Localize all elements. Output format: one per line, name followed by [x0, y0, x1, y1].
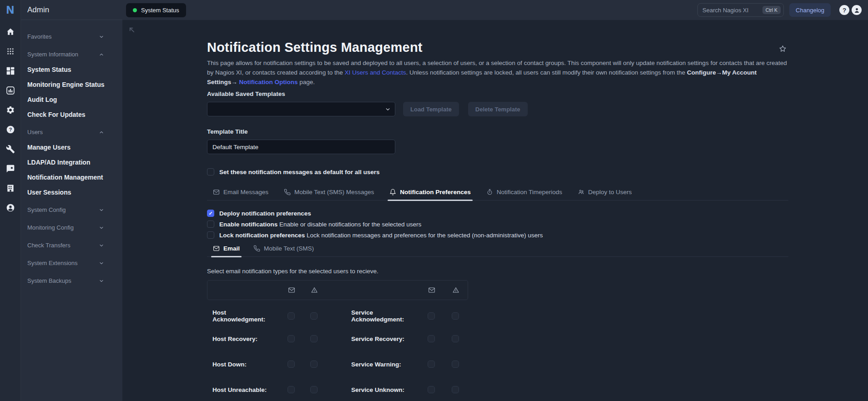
subtab-label: Email [223, 245, 240, 252]
deploy-preferences-checkbox[interactable] [207, 210, 214, 217]
favorite-star-icon[interactable] [777, 43, 788, 55]
user-avatar-icon[interactable] [852, 5, 862, 15]
subtab-mobile-text[interactable]: Mobile Text (SMS) [253, 245, 314, 256]
feedback-chat-icon[interactable] [6, 164, 15, 173]
host-down-mail-checkbox[interactable] [288, 361, 295, 368]
notification-options-link[interactable]: Notification Options [237, 79, 298, 85]
sidebar-title: Admin [21, 0, 122, 20]
alert-column-icon [443, 286, 469, 294]
tab-notification-timeperiods[interactable]: Notification Timeperiods [486, 189, 562, 200]
apps-grid-icon[interactable] [6, 47, 15, 56]
icon-rail: N ? [0, 0, 20, 401]
host-recovery-label: Host Recovery: [207, 336, 280, 342]
service-recovery-mail-checkbox[interactable] [428, 335, 435, 342]
help-circle-icon[interactable]: ? [6, 125, 15, 134]
users-icon [578, 189, 585, 195]
notification-subtabs: Email Mobile Text (SMS) [207, 245, 788, 257]
sidebar-item-system-status[interactable]: System Status [27, 62, 116, 77]
sidebar-link-label: Check For Updates [27, 111, 86, 118]
table-row-down-warning: Host Down: Service Warning: [207, 360, 788, 368]
page-title: Notification Settings Management [207, 40, 788, 55]
dashboards-icon[interactable] [6, 66, 15, 75]
tab-deploy-to-users[interactable]: Deploy to Users [578, 189, 632, 200]
host-unreachable-mail-checkbox[interactable] [288, 386, 295, 393]
service-unknown-label: Service Unknown: [346, 386, 420, 393]
host-ack-alert-checkbox[interactable] [310, 312, 318, 320]
enable-notifications-label: Enable notifications Enable or disable n… [219, 221, 421, 228]
tab-email-messages[interactable]: Email Messages [213, 189, 268, 200]
nagios-logo[interactable]: N [4, 4, 17, 16]
host-ack-mail-checkbox[interactable] [288, 312, 295, 320]
sidebar-item-monitoring-engine-status[interactable]: Monitoring Engine Status [27, 77, 116, 92]
template-title-input[interactable] [207, 140, 395, 154]
service-ack-alert-checkbox[interactable] [452, 312, 459, 320]
service-recovery-alert-checkbox[interactable] [452, 335, 459, 342]
delete-template-button[interactable]: Delete Template [468, 102, 528, 116]
sidebar-item-notification-management[interactable]: Notification Management [27, 170, 116, 185]
tab-label: Notification Preferences [400, 189, 470, 195]
host-ack-label: Host Acknowledgment: [207, 309, 280, 323]
host-recovery-alert-checkbox[interactable] [310, 335, 318, 342]
templates-select[interactable] [207, 102, 395, 116]
sidebar-item-ldap-ad-integration[interactable]: LDAP/AD Integration [27, 155, 116, 170]
sidebar-item-monitoring-config[interactable]: Monitoring Config [27, 220, 116, 235]
home-icon[interactable] [6, 27, 15, 36]
sidebar-group-label: System Information [27, 51, 78, 58]
service-warning-label: Service Warning: [346, 361, 420, 368]
system-status-pill[interactable]: System Status [126, 3, 186, 17]
table-row-unreachable-unknown: Host Unreachable: Service Unknown: [207, 386, 788, 394]
service-warning-mail-checkbox[interactable] [428, 361, 435, 368]
reports-chart-icon[interactable] [6, 86, 15, 95]
sidebar-group-label: System Backups [27, 277, 71, 284]
tab-label: Mobile Text (SMS) Messages [294, 189, 374, 195]
search-input[interactable] [702, 7, 759, 14]
chevron-up-icon [99, 130, 104, 135]
enterprise-building-icon[interactable] [6, 184, 15, 193]
sidebar-item-system-backups[interactable]: System Backups [27, 273, 116, 288]
template-title-label: Template Title [207, 128, 788, 136]
sidebar-item-users[interactable]: Users [27, 125, 116, 140]
subtab-email[interactable]: Email [213, 245, 240, 256]
sidebar-item-manage-users[interactable]: Manage Users [27, 140, 116, 155]
default-template-checkbox[interactable] [207, 168, 214, 175]
service-unknown-alert-checkbox[interactable] [452, 386, 459, 393]
mail-column-icon [420, 286, 443, 294]
tab-notification-preferences[interactable]: Notification Preferences [389, 189, 470, 200]
sidebar-group-label: Favorites [27, 33, 51, 40]
enable-notifications-checkbox[interactable] [207, 221, 214, 228]
sidebar-item-favorites[interactable]: Favorites [27, 29, 116, 44]
search-shortcut-badge: Ctrl K [762, 6, 781, 14]
sidebar-item-audit-log[interactable]: Audit Log [27, 92, 116, 107]
sidebar-item-system-information[interactable]: System Information [27, 47, 116, 62]
stopwatch-icon [486, 189, 493, 195]
changelog-button[interactable]: Changelog [789, 3, 831, 17]
collapse-sidebar-icon[interactable] [128, 26, 135, 33]
default-template-checkbox-row: Set these notification messages as defau… [207, 168, 788, 176]
host-unreachable-alert-checkbox[interactable] [310, 386, 318, 393]
xi-users-contacts-link[interactable]: XI Users and Contacts [344, 69, 406, 76]
lock-preferences-checkbox[interactable] [207, 231, 214, 239]
sidebar-item-system-extensions[interactable]: System Extensions [27, 256, 116, 271]
help-icon[interactable]: ? [839, 5, 849, 15]
sidebar-item-system-config[interactable]: System Config [27, 202, 116, 217]
table-row-recovery: Host Recovery: Service Recovery: [207, 335, 788, 343]
service-unknown-mail-checkbox[interactable] [428, 386, 435, 393]
service-ack-mail-checkbox[interactable] [428, 312, 435, 320]
account-user-icon[interactable] [6, 203, 15, 212]
search-box[interactable]: Ctrl K [697, 3, 784, 17]
settings-gear-icon[interactable] [6, 105, 15, 115]
sidebar-item-user-sessions[interactable]: User Sessions [27, 185, 116, 200]
host-recovery-mail-checkbox[interactable] [288, 335, 295, 342]
sidebar-link-label: Audit Log [27, 96, 57, 103]
admin-wrench-icon[interactable] [6, 145, 15, 154]
sidebar-item-check-for-updates[interactable]: Check For Updates [27, 107, 116, 122]
load-template-button[interactable]: Load Template [403, 102, 459, 116]
sidebar: Admin Favorites System Information Syste… [20, 0, 122, 401]
sidebar-item-check-transfers[interactable]: Check Transfers [27, 238, 116, 253]
sidebar-link-label: LDAP/AD Integration [27, 159, 90, 166]
mail-column-icon [280, 286, 303, 294]
tab-mobile-text-messages[interactable]: Mobile Text (SMS) Messages [284, 189, 374, 200]
host-down-alert-checkbox[interactable] [310, 361, 318, 368]
description-text: . Unless notification settings are locke… [406, 69, 687, 76]
service-warning-alert-checkbox[interactable] [452, 361, 459, 368]
